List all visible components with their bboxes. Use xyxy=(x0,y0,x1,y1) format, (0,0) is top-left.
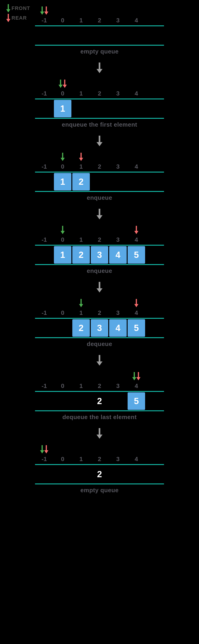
index-row: -101234 xyxy=(35,455,164,464)
pointer-slot xyxy=(90,6,109,16)
arrow-down-icon xyxy=(97,62,102,74)
pointer-slot xyxy=(53,6,72,16)
front-pointer-icon xyxy=(41,445,43,454)
queue-stage: -10123412enqueue xyxy=(35,151,164,201)
legend-rear: REAR xyxy=(7,14,30,22)
rail-bottom xyxy=(35,191,164,192)
queue-cell-filled: 5 xyxy=(127,392,146,410)
rear-pointer-icon xyxy=(63,80,66,88)
queue-cell-empty xyxy=(109,100,127,118)
pointer-row xyxy=(35,6,164,16)
pointer-slot xyxy=(35,372,53,381)
arrow-down-icon xyxy=(7,4,10,12)
pointer-slot xyxy=(35,153,53,162)
rear-pointer-icon xyxy=(45,6,48,15)
index-label: 1 xyxy=(72,382,90,390)
ghost-value: 2 xyxy=(90,465,109,484)
queue-cell-empty xyxy=(53,319,72,337)
index-row: -101234 xyxy=(35,308,164,318)
pointer-row xyxy=(35,372,164,381)
rear-pointer-icon xyxy=(137,372,140,380)
ghost-value: 2 xyxy=(90,392,109,410)
queue-cell-empty xyxy=(72,26,90,45)
pointer-slot xyxy=(90,299,109,308)
index-label: 1 xyxy=(72,90,90,97)
index-label: 2 xyxy=(90,17,109,24)
index-label: 3 xyxy=(109,382,127,390)
pointer-slot xyxy=(35,6,53,16)
pointer-slot xyxy=(109,80,127,89)
cells-row: 1 xyxy=(35,100,164,118)
pointer-slot xyxy=(72,80,90,89)
arrow-down-icon xyxy=(97,355,102,366)
queue-stage: -1012342345dequeue xyxy=(35,297,164,348)
queue-cell-empty xyxy=(53,465,72,484)
rail-bottom xyxy=(35,45,164,46)
queue-cell-empty xyxy=(109,392,127,410)
queue-cell-empty xyxy=(109,172,127,191)
arrow-down-icon xyxy=(97,428,102,439)
queue-cell-filled: 3 xyxy=(90,246,109,264)
cells-row: 2345 xyxy=(35,319,164,337)
cells-row: 12345 xyxy=(35,246,164,264)
index-label: 4 xyxy=(127,17,146,24)
pointer-row xyxy=(35,80,164,89)
pointer-row xyxy=(35,299,164,308)
queue-cell-filled: 3 xyxy=(90,319,109,337)
ghost-value xyxy=(72,465,90,484)
pointer-slot xyxy=(35,226,53,235)
cells-row: 2 xyxy=(35,465,164,484)
pointer-slot xyxy=(127,6,146,16)
index-label: 4 xyxy=(127,90,146,97)
index-label: 4 xyxy=(127,382,146,390)
queue-cell-empty xyxy=(127,100,146,118)
stage-connector xyxy=(97,282,102,293)
queue-cell-filled: 2 xyxy=(72,246,90,264)
stage-caption: enqueue xyxy=(35,194,164,201)
arrow-down-icon xyxy=(97,282,102,293)
queue-diagram: -101234empty queue-1012341enqueue the fi… xyxy=(4,4,195,494)
stage-connector xyxy=(97,62,102,74)
index-label: 0 xyxy=(53,456,72,463)
queue-stage: -1012342empty queue xyxy=(35,443,164,494)
index-label: -1 xyxy=(35,309,53,316)
arrow-down-icon xyxy=(97,209,102,220)
pointer-slot xyxy=(35,445,53,454)
stage-connector xyxy=(97,136,102,147)
index-label: 0 xyxy=(53,90,72,97)
legend: FRONT REAR xyxy=(7,4,30,24)
pointer-slot xyxy=(127,153,146,162)
queue-stage: -1012341enqueue the first element xyxy=(35,78,164,128)
stage-caption: enqueue the first element xyxy=(35,121,164,128)
arrow-down-icon xyxy=(97,136,102,147)
front-pointer-icon xyxy=(41,6,43,15)
stage-connector xyxy=(97,209,102,220)
index-label: -1 xyxy=(35,17,53,24)
index-label: 4 xyxy=(127,163,146,170)
stage-caption: dequeue the last element xyxy=(35,414,164,421)
queue-stage: -10123425dequeue the last element xyxy=(35,370,164,421)
stage-connector xyxy=(97,428,102,439)
pointer-slot xyxy=(127,226,146,235)
pointer-slot xyxy=(90,153,109,162)
front-pointer-icon xyxy=(61,153,64,161)
index-label: 2 xyxy=(90,90,109,97)
ghost-column xyxy=(35,26,53,45)
pointer-slot xyxy=(72,153,90,162)
queue-cell-empty xyxy=(90,26,109,45)
index-label: 0 xyxy=(53,163,72,170)
pointer-slot xyxy=(127,299,146,308)
stage-connector xyxy=(97,355,102,366)
legend-rear-label: REAR xyxy=(11,15,27,21)
index-label: 0 xyxy=(53,17,72,24)
index-label: -1 xyxy=(35,236,53,243)
queue-cell-empty xyxy=(127,465,146,484)
index-label: 4 xyxy=(127,309,146,316)
ghost-column xyxy=(35,172,53,191)
index-label: 0 xyxy=(53,309,72,316)
pointer-slot xyxy=(53,445,72,454)
index-label: -1 xyxy=(35,90,53,97)
rear-pointer-icon xyxy=(135,299,138,307)
pointer-slot xyxy=(72,372,90,381)
queue-cell-empty xyxy=(109,26,127,45)
